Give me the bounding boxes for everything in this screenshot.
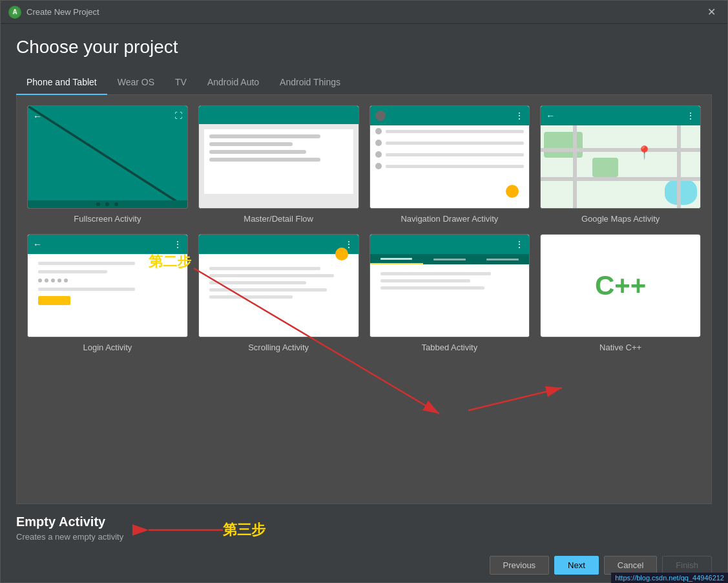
thumb-scrolling: ⋮ <box>198 234 359 337</box>
app-logo: A <box>8 6 21 19</box>
next-button[interactable]: Next <box>554 556 599 575</box>
card-fullscreen[interactable]: ← ⛶ Fullscreen Activity <box>27 105 188 224</box>
thumb-masterdetail <box>198 105 359 209</box>
cpp-label: C++ <box>595 270 646 301</box>
tab-tv[interactable]: TV <box>165 70 197 95</box>
card-scrolling[interactable]: ⋮ Scrolling Activity <box>198 234 359 352</box>
title-bar: A Create New Project ✕ <box>1 1 727 24</box>
card-label-nativecpp: Native C++ <box>599 343 641 352</box>
card-googlemaps[interactable]: ← ⋮ 📍 <box>540 105 701 224</box>
card-masterdetail[interactable]: Master/Detail Flow <box>198 105 359 224</box>
activity-grid: ← ⛶ Fullscreen Activity <box>27 105 701 352</box>
card-label-googlemaps: Google Maps Activity <box>581 214 660 224</box>
selected-activity-desc: Creates a new empty activity <box>16 532 712 542</box>
svg-line-0 <box>28 106 187 208</box>
window: A Create New Project ✕ Choose your proje… <box>0 0 728 583</box>
card-label-fullscreen: Fullscreen Activity <box>74 214 141 224</box>
activity-grid-container[interactable]: ← ⛶ Fullscreen Activity <box>16 95 712 504</box>
tab-android-auto[interactable]: Android Auto <box>197 70 269 95</box>
tab-android-things[interactable]: Android Things <box>269 70 351 95</box>
thumb-googlemaps: ← ⋮ 📍 <box>540 105 701 209</box>
close-button[interactable]: ✕ <box>703 5 720 19</box>
card-label-masterdetail: Master/Detail Flow <box>244 214 313 224</box>
tabs-container: Phone and Tablet Wear OS TV Android Auto… <box>16 70 712 95</box>
main-content: Choose your project Phone and Tablet Wea… <box>1 24 727 504</box>
diagonal-line <box>28 106 187 208</box>
thumb-tabbed: ⋮ <box>369 234 530 337</box>
card-label-login: Login Activity <box>83 343 132 352</box>
cancel-button[interactable]: Cancel <box>604 556 657 575</box>
thumb-navdrawer: ⋮ <box>369 105 530 209</box>
card-label-tabbed: Tabbed Activity <box>422 343 478 352</box>
finish-button[interactable]: Finish <box>662 556 712 575</box>
card-login[interactable]: ← ⋮ <box>27 234 188 352</box>
thumb-login: ← ⋮ <box>27 234 188 337</box>
thumb-nativecpp: C++ <box>540 234 701 337</box>
page-title: Choose your project <box>16 37 712 58</box>
card-label-scrolling: Scrolling Activity <box>248 343 309 352</box>
card-label-navdrawer: Navigation Drawer Activity <box>400 214 498 224</box>
thumb-fullscreen: ← ⛶ <box>27 105 188 209</box>
bottom-section: Empty Activity Creates a new empty activ… <box>1 504 727 549</box>
tab-wear-os[interactable]: Wear OS <box>107 70 165 95</box>
card-nativecpp[interactable]: C++ Native C++ <box>540 234 701 352</box>
selected-activity-title: Empty Activity <box>16 514 712 529</box>
previous-button[interactable]: Previous <box>490 556 550 575</box>
window-title: Create New Project <box>26 7 703 17</box>
card-tabbed[interactable]: ⋮ <box>369 234 530 352</box>
tab-phone-tablet[interactable]: Phone and Tablet <box>16 70 107 95</box>
url-overlay: https://blog.csdn.net/qq_44946212 <box>611 573 728 583</box>
card-navdrawer[interactable]: ⋮ Navigation Drawer Activity <box>369 105 530 224</box>
